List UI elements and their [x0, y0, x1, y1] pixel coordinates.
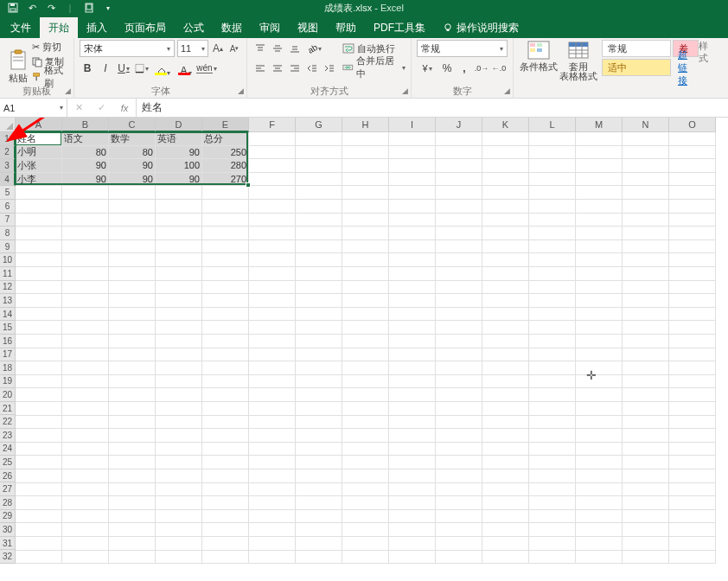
cell[interactable]: [529, 240, 576, 254]
cell[interactable]: [16, 456, 62, 469]
cell[interactable]: [482, 240, 529, 254]
cell[interactable]: [156, 294, 202, 308]
row-header-17[interactable]: 17: [0, 348, 16, 362]
cell[interactable]: [342, 267, 389, 281]
row-header-14[interactable]: 14: [0, 308, 16, 322]
cell[interactable]: [342, 469, 389, 483]
fill-color-button[interactable]: ▾: [152, 60, 173, 77]
row-header-20[interactable]: 20: [0, 388, 16, 402]
cell[interactable]: [389, 227, 436, 240]
cell[interactable]: [623, 321, 669, 335]
cell[interactable]: [62, 510, 109, 524]
cell[interactable]: [296, 132, 342, 146]
cell[interactable]: [482, 361, 529, 375]
cell[interactable]: [62, 469, 109, 483]
cell[interactable]: [436, 335, 482, 348]
cell[interactable]: [16, 388, 62, 402]
cell[interactable]: [62, 186, 109, 200]
cell[interactable]: [342, 335, 389, 348]
cell[interactable]: [342, 146, 389, 160]
cell[interactable]: [389, 483, 436, 497]
row-header-12[interactable]: 12: [0, 281, 16, 295]
cell[interactable]: [296, 551, 342, 564]
cell[interactable]: [576, 146, 623, 160]
row-header-15[interactable]: 15: [0, 321, 16, 335]
cell[interactable]: [156, 429, 202, 443]
row-header-29[interactable]: 29: [0, 510, 16, 524]
cell[interactable]: [623, 443, 669, 456]
cell[interactable]: [669, 416, 716, 430]
cell[interactable]: [156, 253, 202, 267]
cell[interactable]: [576, 173, 623, 187]
cell[interactable]: [669, 537, 716, 551]
cell[interactable]: [389, 321, 436, 335]
cell[interactable]: [669, 429, 716, 443]
cell[interactable]: [529, 510, 576, 524]
cell[interactable]: 英语: [156, 132, 202, 146]
cell[interactable]: [296, 348, 342, 362]
cell[interactable]: [529, 361, 576, 375]
cell[interactable]: [156, 361, 202, 375]
align-launcher-icon[interactable]: ◢: [402, 85, 408, 97]
cell[interactable]: [576, 321, 623, 335]
cell[interactable]: [623, 253, 669, 267]
cell[interactable]: [436, 456, 482, 469]
cell[interactable]: [156, 416, 202, 430]
cell[interactable]: [576, 429, 623, 443]
shrink-font-icon[interactable]: A▾: [227, 42, 241, 55]
cell[interactable]: [202, 267, 249, 281]
cell[interactable]: [576, 496, 623, 510]
row-header-16[interactable]: 16: [0, 335, 16, 348]
cell[interactable]: [436, 146, 482, 160]
cell[interactable]: [669, 227, 716, 240]
cell[interactable]: [202, 416, 249, 430]
row-header-24[interactable]: 24: [0, 443, 16, 456]
cell[interactable]: [482, 281, 529, 295]
cell[interactable]: [342, 456, 389, 469]
cell[interactable]: [249, 146, 296, 160]
cell[interactable]: [342, 510, 389, 524]
cell[interactable]: [389, 200, 436, 214]
cell[interactable]: [249, 402, 296, 416]
cell[interactable]: [202, 294, 249, 308]
cell[interactable]: 姓名: [16, 132, 62, 146]
cell[interactable]: [669, 281, 716, 295]
cell[interactable]: [296, 375, 342, 389]
cell[interactable]: [482, 510, 529, 524]
cell[interactable]: [156, 227, 202, 240]
col-header-J[interactable]: J: [436, 118, 482, 132]
cell[interactable]: [296, 267, 342, 281]
cell[interactable]: [202, 240, 249, 254]
cell[interactable]: [342, 200, 389, 214]
cell[interactable]: [62, 429, 109, 443]
cell[interactable]: [529, 348, 576, 362]
cell[interactable]: [436, 388, 482, 402]
cell[interactable]: [156, 443, 202, 456]
cell[interactable]: [669, 308, 716, 322]
cell[interactable]: 小张: [16, 159, 62, 173]
cell[interactable]: [16, 308, 62, 322]
cell[interactable]: [249, 253, 296, 267]
cell[interactable]: [436, 173, 482, 187]
cell[interactable]: [669, 267, 716, 281]
cell[interactable]: [342, 159, 389, 173]
cell[interactable]: [109, 335, 156, 348]
cell[interactable]: [529, 388, 576, 402]
cell[interactable]: 90: [109, 159, 156, 173]
cell[interactable]: [296, 537, 342, 551]
cell[interactable]: [576, 227, 623, 240]
tab-insert[interactable]: 插入: [78, 17, 116, 38]
row-header-25[interactable]: 25: [0, 456, 16, 469]
cell[interactable]: [109, 294, 156, 308]
row-headers[interactable]: 1234567891011121314151617181920212223242…: [0, 132, 16, 564]
cells-area[interactable]: 姓名语文数学英语总分小明808090250小张9090100280小李90909…: [16, 132, 728, 564]
cell[interactable]: [109, 240, 156, 254]
cell[interactable]: [529, 294, 576, 308]
cell[interactable]: [202, 496, 249, 510]
cell[interactable]: [576, 523, 623, 537]
cell[interactable]: [156, 483, 202, 497]
cell[interactable]: [109, 253, 156, 267]
cell[interactable]: [436, 132, 482, 146]
cell[interactable]: [389, 240, 436, 254]
cell[interactable]: [296, 227, 342, 240]
